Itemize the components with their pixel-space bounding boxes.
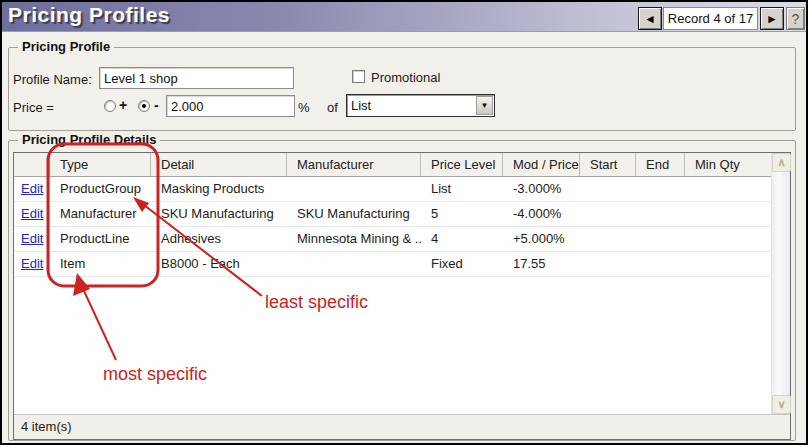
minus-label: -: [154, 97, 159, 113]
table-scrollbar[interactable]: ∧ ∨: [771, 153, 790, 414]
promotional-checkbox[interactable]: [352, 70, 365, 83]
price-minus-radio[interactable]: [138, 100, 150, 112]
cell-type: ProductGroup: [50, 177, 151, 201]
column-header-detail: Detail: [151, 153, 287, 176]
column-header-edit: [14, 153, 50, 176]
pricing-profile-legend: Pricing Profile: [18, 39, 114, 54]
pricing-profiles-window: Pricing Profiles ◄ Record 4 of 17 ► ? Pr…: [0, 0, 808, 445]
most-specific-annotation: most specific: [103, 364, 207, 385]
price-of-selected-value: List: [351, 98, 371, 113]
cell-min-qty: [685, 227, 771, 251]
pricing-profile-groupbox: [8, 47, 796, 131]
cell-start: [580, 227, 636, 251]
promotional-label: Promotional: [371, 70, 440, 85]
price-plus-radio[interactable]: [104, 100, 116, 112]
scroll-down-button[interactable]: ∨: [772, 395, 791, 414]
cell-end: [636, 202, 685, 226]
pricing-profile-details-legend: Pricing Profile Details: [18, 132, 160, 147]
chevron-up-icon: ∧: [777, 156, 785, 169]
cell-manufacturer: [287, 252, 421, 276]
cell-type: Manufacturer: [50, 202, 151, 226]
cell-detail: Adhesives: [151, 227, 287, 251]
cell-mod-price: +5.000%: [503, 227, 580, 251]
edit-link[interactable]: Edit: [21, 256, 43, 271]
column-header-manufacturer: Manufacturer: [287, 153, 421, 176]
cell-manufacturer: SKU Manufacturing: [287, 202, 421, 226]
cell-price-level: 5: [421, 202, 503, 226]
record-counter: Record 4 of 17: [663, 7, 758, 30]
price-equals-label: Price =: [13, 100, 54, 115]
table-header-row: Type Detail Manufacturer Price Level Mod…: [14, 153, 771, 177]
cell-start: [580, 252, 636, 276]
cell-mod-price: 17.55: [503, 252, 580, 276]
cell-start: [580, 177, 636, 201]
next-record-button[interactable]: ►: [760, 7, 784, 30]
of-label: of: [327, 100, 338, 115]
edit-link[interactable]: Edit: [21, 206, 43, 221]
dropdown-button[interactable]: ▼: [476, 96, 493, 115]
cell-end: [636, 227, 685, 251]
cell-type: Item: [50, 252, 151, 276]
cell-mod-price: -3.000%: [503, 177, 580, 201]
price-percent-input[interactable]: 2.000: [166, 95, 295, 117]
table-row: Edit Manufacturer SKU Manufacturing SKU …: [14, 202, 771, 227]
cell-detail: SKU Manufacturing: [151, 202, 287, 226]
status-bar: 4 item(s): [14, 414, 790, 439]
help-icon: ?: [792, 11, 800, 27]
edit-link[interactable]: Edit: [21, 231, 43, 246]
column-header-start: Start: [580, 153, 636, 176]
cell-min-qty: [685, 177, 771, 201]
table-row: Edit ProductLine Adhesives Minnesota Min…: [14, 227, 771, 252]
help-button[interactable]: ?: [786, 7, 805, 30]
previous-record-icon: ◄: [644, 12, 656, 26]
chevron-down-icon: ∨: [777, 398, 785, 411]
least-specific-annotation: least specific: [265, 292, 368, 313]
price-of-select[interactable]: List ▼: [346, 94, 495, 117]
plus-label: +: [119, 97, 127, 113]
profile-name-input[interactable]: Level 1 shop: [99, 67, 294, 89]
column-header-end: End: [636, 153, 685, 176]
column-header-type: Type: [50, 153, 151, 176]
column-header-min-qty: Min Qty: [685, 153, 771, 176]
table-row: Edit ProductGroup Masking Products List …: [14, 177, 771, 202]
cell-mod-price: -4.000%: [503, 202, 580, 226]
details-table: Type Detail Manufacturer Price Level Mod…: [13, 152, 791, 440]
cell-end: [636, 252, 685, 276]
chevron-down-icon: ▼: [481, 101, 489, 110]
cell-detail: Masking Products: [151, 177, 287, 201]
previous-record-button[interactable]: ◄: [638, 7, 662, 30]
cell-detail: B8000 - Each: [151, 252, 287, 276]
profile-name-label: Profile Name:: [13, 72, 92, 87]
cell-price-level: 4: [421, 227, 503, 251]
percent-label: %: [298, 100, 310, 115]
cell-manufacturer: [287, 177, 421, 201]
table-row: Edit Item B8000 - Each Fixed 17.55: [14, 252, 771, 277]
column-header-mod-price: Mod / Price: [503, 153, 580, 176]
edit-link[interactable]: Edit: [21, 181, 43, 196]
cell-manufacturer: Minnesota Mining & ...: [287, 227, 421, 251]
cell-min-qty: [685, 202, 771, 226]
scroll-up-button[interactable]: ∧: [772, 153, 791, 172]
cell-end: [636, 177, 685, 201]
cell-price-level: List: [421, 177, 503, 201]
cell-min-qty: [685, 252, 771, 276]
cell-start: [580, 202, 636, 226]
cell-type: ProductLine: [50, 227, 151, 251]
cell-price-level: Fixed: [421, 252, 503, 276]
page-title: Pricing Profiles: [8, 3, 170, 27]
next-record-icon: ►: [766, 12, 778, 26]
column-header-price-level: Price Level: [421, 153, 503, 176]
